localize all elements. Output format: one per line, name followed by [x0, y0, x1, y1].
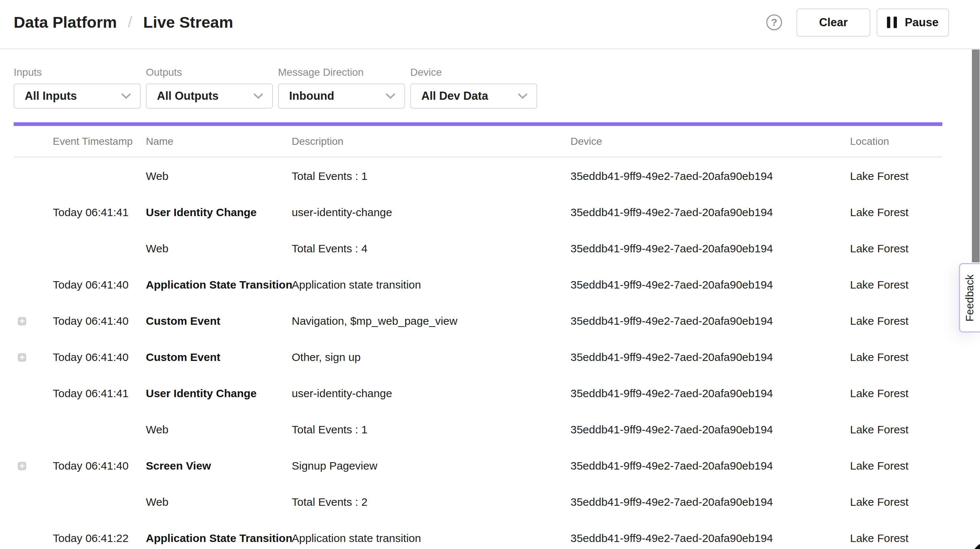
table-row[interactable]: Web Total Events : 1 35eddb41-9ff9-49e2-…	[14, 158, 942, 194]
filter-inputs-value: All Inputs	[25, 89, 77, 103]
chevron-down-icon	[385, 93, 396, 99]
device-cell: 35eddb41-9ff9-49e2-7aed-20afa90eb194	[571, 496, 850, 508]
filter-outputs-label: Outputs	[146, 67, 273, 78]
breadcrumb: Data Platform / Live Stream	[14, 13, 233, 31]
location-cell: Lake Forest	[850, 387, 942, 400]
table-row[interactable]: Web Total Events : 1 35eddb41-9ff9-49e2-…	[14, 412, 942, 448]
filter-message-direction-dropdown[interactable]: Inbound	[278, 83, 405, 109]
event-description-cell: Signup Pageview	[292, 460, 571, 472]
event-name-cell: Application State Transition	[146, 279, 292, 291]
event-timestamp-cell: Today 06:41:22	[53, 532, 146, 544]
location-cell: Lake Forest	[850, 460, 942, 472]
device-cell: 35eddb41-9ff9-49e2-7aed-20afa90eb194	[571, 387, 850, 400]
help-icon[interactable]: ?	[766, 14, 782, 30]
device-cell: 35eddb41-9ff9-49e2-7aed-20afa90eb194	[571, 315, 850, 327]
table-row[interactable]: Today 06:41:22 Application State Transit…	[14, 520, 942, 549]
event-name-cell: Web	[146, 170, 292, 182]
column-header-description: Description	[292, 136, 571, 147]
filter-device-dropdown[interactable]: All Dev Data	[410, 83, 537, 109]
column-header-event-timestamp: Event Timestamp	[53, 136, 146, 147]
event-name-cell: Application State Transition	[146, 532, 292, 544]
top-bar-actions: ? Clear Pause	[766, 8, 949, 37]
location-cell: Lake Forest	[850, 496, 942, 508]
filter-outputs: Outputs All Outputs	[146, 67, 273, 109]
page-title: Live Stream	[143, 13, 233, 31]
event-timestamp-cell: Today 06:41:40	[53, 351, 146, 364]
breadcrumb-section[interactable]: Data Platform	[14, 13, 117, 31]
row-expand-plus-icon[interactable]	[18, 353, 26, 362]
location-cell: Lake Forest	[850, 315, 942, 327]
filters-row: Inputs All Inputs Outputs All Outputs Me…	[14, 67, 537, 109]
breadcrumb-separator: /	[128, 14, 132, 31]
event-timestamp-cell: Today 06:41:40	[53, 460, 146, 472]
filter-inputs-label: Inputs	[14, 67, 141, 78]
device-cell: 35eddb41-9ff9-49e2-7aed-20afa90eb194	[571, 532, 850, 544]
table-row[interactable]: Web Total Events : 4 35eddb41-9ff9-49e2-…	[14, 231, 942, 267]
filter-inputs-dropdown[interactable]: All Inputs	[14, 83, 141, 109]
table-row[interactable]: Today 06:41:41 User Identity Change user…	[14, 375, 942, 412]
table-row[interactable]: Web Total Events : 2 35eddb41-9ff9-49e2-…	[14, 484, 942, 520]
table-header: Event Timestamp Name Description Device …	[14, 126, 942, 157]
pause-button[interactable]: Pause	[877, 8, 949, 37]
feedback-tab[interactable]: Feedback	[959, 263, 980, 332]
event-timestamp-cell: Today 06:41:41	[53, 206, 146, 219]
event-name-cell: Custom Event	[146, 315, 292, 327]
filter-device-value: All Dev Data	[421, 89, 488, 103]
event-timestamp-cell: Today 06:41:41	[53, 387, 146, 400]
device-cell: 35eddb41-9ff9-49e2-7aed-20afa90eb194	[571, 351, 850, 364]
event-timestamp-cell: Today 06:41:40	[53, 315, 146, 327]
event-name-cell: Web	[146, 243, 292, 255]
column-header-location: Location	[850, 136, 942, 147]
location-cell: Lake Forest	[850, 351, 942, 364]
table-row[interactable]: Today 06:41:40 Screen View Signup Pagevi…	[14, 448, 942, 484]
event-name-cell: User Identity Change	[146, 206, 292, 219]
table-row[interactable]: Today 06:41:40 Custom Event Navigation, …	[14, 303, 942, 339]
filter-device: Device All Dev Data	[410, 67, 537, 109]
device-cell: 35eddb41-9ff9-49e2-7aed-20afa90eb194	[571, 460, 850, 472]
clear-button[interactable]: Clear	[797, 8, 870, 37]
table-body: Web Total Events : 1 35eddb41-9ff9-49e2-…	[14, 158, 942, 549]
table-row[interactable]: Today 06:41:40 Custom Event Other, sign …	[14, 339, 942, 375]
location-cell: Lake Forest	[850, 279, 942, 291]
event-description-cell: Total Events : 2	[292, 496, 571, 508]
device-cell: 35eddb41-9ff9-49e2-7aed-20afa90eb194	[571, 423, 850, 436]
chevron-down-icon	[253, 93, 263, 99]
top-bar: Data Platform / Live Stream ? Clear Paus…	[0, 0, 980, 49]
row-expand-plus-icon[interactable]	[18, 462, 26, 470]
location-cell: Lake Forest	[850, 243, 942, 255]
event-description-cell: Navigation, $mp_web_page_view	[292, 315, 571, 327]
event-description-cell: user-identity-change	[292, 387, 571, 400]
event-description-cell: user-identity-change	[292, 206, 571, 219]
event-name-cell: Screen View	[146, 460, 292, 472]
device-cell: 35eddb41-9ff9-49e2-7aed-20afa90eb194	[571, 170, 850, 182]
pause-button-label: Pause	[905, 16, 938, 29]
filter-message-direction: Message Direction Inbound	[278, 67, 405, 109]
event-name-cell: Custom Event	[146, 351, 292, 364]
column-header-device: Device	[571, 136, 850, 147]
vertical-scrollbar-thumb[interactable]	[972, 49, 980, 262]
chat-widget-corner[interactable]	[971, 541, 980, 549]
table-row[interactable]: Today 06:41:40 Application State Transit…	[14, 267, 942, 303]
location-cell: Lake Forest	[850, 532, 942, 544]
device-cell: 35eddb41-9ff9-49e2-7aed-20afa90eb194	[571, 206, 850, 219]
row-expand-plus-icon[interactable]	[18, 317, 26, 326]
column-header-name: Name	[146, 136, 292, 147]
chevron-down-icon	[121, 93, 131, 99]
device-cell: 35eddb41-9ff9-49e2-7aed-20afa90eb194	[571, 279, 850, 291]
event-description-cell: Other, sign up	[292, 351, 571, 364]
event-name-cell: Web	[146, 496, 292, 508]
event-description-cell: Total Events : 1	[292, 423, 571, 436]
location-cell: Lake Forest	[850, 206, 942, 219]
event-description-cell: Application state transition	[292, 279, 571, 291]
event-description-cell: Total Events : 1	[292, 170, 571, 182]
device-cell: 35eddb41-9ff9-49e2-7aed-20afa90eb194	[571, 243, 850, 255]
location-cell: Lake Forest	[850, 423, 942, 436]
filter-outputs-dropdown[interactable]: All Outputs	[146, 83, 273, 109]
table-row[interactable]: Today 06:41:41 User Identity Change user…	[14, 194, 942, 231]
filter-message-direction-value: Inbound	[289, 89, 334, 103]
filter-device-label: Device	[410, 67, 537, 78]
location-cell: Lake Forest	[850, 170, 942, 182]
event-description-cell: Application state transition	[292, 532, 571, 544]
filter-outputs-value: All Outputs	[157, 89, 219, 103]
filter-inputs: Inputs All Inputs	[14, 67, 141, 109]
